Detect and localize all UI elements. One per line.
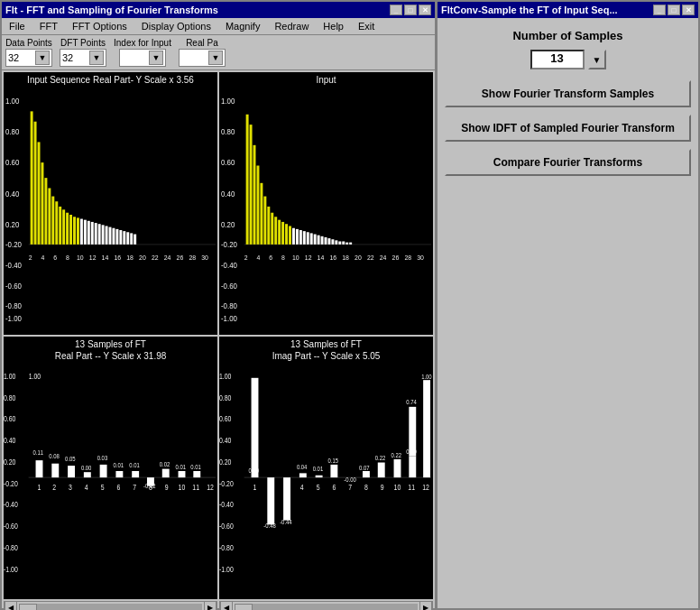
svg-text:0.15: 0.15 <box>327 457 338 464</box>
menu-file[interactable]: File <box>5 20 29 32</box>
svg-text:7: 7 <box>348 484 352 493</box>
svg-text:16: 16 <box>329 253 336 262</box>
data-points-control[interactable]: 32 ▼ <box>5 49 52 67</box>
svg-rect-104 <box>325 237 327 245</box>
svg-text:3: 3 <box>69 484 72 493</box>
svg-text:14: 14 <box>318 253 325 262</box>
svg-text:-0.20: -0.20 <box>5 240 22 250</box>
svg-rect-49 <box>112 228 115 245</box>
samples-input[interactable]: 13 <box>530 50 585 69</box>
menu-magnify[interactable]: Magnify <box>222 20 264 32</box>
svg-text:1.00: 1.00 <box>4 372 15 381</box>
svg-rect-192 <box>330 465 337 477</box>
svg-rect-55 <box>134 235 136 245</box>
svg-rect-29 <box>41 162 43 245</box>
minimize-btn[interactable]: _ <box>390 5 402 15</box>
data-points-group: Data Points 32 ▼ <box>5 38 52 67</box>
dft-points-dropdown[interactable]: ▼ <box>89 51 104 65</box>
svg-text:0.01: 0.01 <box>113 462 124 469</box>
chart-top-right-title: Input <box>219 72 433 86</box>
svg-rect-186 <box>283 477 290 520</box>
menu-exit[interactable]: Exit <box>355 20 378 32</box>
right-minimize-btn[interactable]: _ <box>653 5 666 15</box>
menu-fft[interactable]: FFT <box>36 20 61 32</box>
right-maximize-btn[interactable]: □ <box>668 5 680 15</box>
scroll-left-btn-1[interactable]: ◀ <box>5 601 17 610</box>
svg-text:0.07: 0.07 <box>359 464 370 471</box>
scrollbar-bottom-right[interactable]: ◀ ▶ <box>219 601 433 610</box>
data-points-dropdown[interactable]: ▼ <box>35 51 50 65</box>
dft-points-label: DFT Points <box>60 38 106 48</box>
svg-rect-96 <box>296 229 299 245</box>
svg-text:2: 2 <box>52 484 56 493</box>
real-part-control[interactable]: ▼ <box>179 49 226 67</box>
svg-text:0.04: 0.04 <box>297 463 308 470</box>
index-input-control[interactable]: ▼ <box>119 49 166 67</box>
menu-display-options[interactable]: Display Options <box>138 20 215 32</box>
svg-text:12: 12 <box>422 484 429 493</box>
svg-text:-0.20: -0.20 <box>221 240 237 250</box>
compare-fourier-btn[interactable]: Compare Fourier Transforms <box>445 149 691 176</box>
svg-rect-151 <box>147 477 154 485</box>
svg-rect-84 <box>253 145 256 245</box>
svg-rect-157 <box>193 471 200 477</box>
right-close-btn[interactable]: ✕ <box>682 5 695 15</box>
svg-text:0.80: 0.80 <box>4 393 15 402</box>
svg-rect-190 <box>316 476 323 477</box>
svg-text:0.03: 0.03 <box>97 455 108 462</box>
dft-points-control[interactable]: 32 ▼ <box>60 49 106 67</box>
svg-rect-91 <box>278 220 281 245</box>
maximize-btn[interactable]: □ <box>404 5 417 15</box>
svg-rect-199 <box>394 459 401 477</box>
svg-rect-42 <box>88 221 90 245</box>
charts-container: Input Sequence Real Part- Y Scale x 3.56… <box>2 70 435 601</box>
svg-rect-97 <box>299 230 302 245</box>
show-fourier-btn[interactable]: Show Fourier Transform Samples <box>445 80 691 107</box>
svg-rect-101 <box>314 235 317 245</box>
scrollbars-row: ◀ ▶ ◀ ▶ <box>2 601 435 610</box>
svg-rect-109 <box>342 241 345 244</box>
data-points-label: Data Points <box>5 38 52 48</box>
svg-text:10: 10 <box>179 484 186 493</box>
svg-text:24: 24 <box>380 253 387 262</box>
menu-bar: File FFT FFT Options Display Options Mag… <box>2 18 435 35</box>
svg-rect-108 <box>338 241 341 244</box>
svg-rect-34 <box>59 207 61 245</box>
svg-rect-188 <box>299 473 307 477</box>
menu-help[interactable]: Help <box>319 20 347 32</box>
svg-rect-35 <box>62 209 65 245</box>
svg-rect-105 <box>327 238 330 245</box>
scroll-left-btn-2[interactable]: ◀ <box>220 601 233 610</box>
svg-text:20: 20 <box>139 253 146 262</box>
svg-text:6: 6 <box>269 253 272 262</box>
menu-fft-options[interactable]: FFT Options <box>69 20 131 32</box>
svg-text:-0.40: -0.40 <box>221 260 237 270</box>
svg-rect-141 <box>68 466 75 477</box>
close-btn[interactable]: ✕ <box>419 5 431 15</box>
svg-text:26: 26 <box>392 253 400 262</box>
index-input-dropdown[interactable]: ▼ <box>149 51 163 65</box>
svg-text:-0.60: -0.60 <box>5 281 22 291</box>
svg-text:1: 1 <box>38 484 41 493</box>
show-idft-btn[interactable]: Show IDFT of Sampled Fourier Transform <box>445 115 691 142</box>
menu-redraw[interactable]: Redraw <box>271 20 312 32</box>
chart-bottom-right-title: 13 Samples of FT Imag Part -- Y Scale x … <box>219 337 433 362</box>
svg-text:0.60: 0.60 <box>221 158 235 168</box>
svg-text:-0.60: -0.60 <box>4 522 18 531</box>
svg-text:0.02: 0.02 <box>160 461 170 468</box>
svg-rect-31 <box>48 188 51 244</box>
scroll-right-btn-1[interactable]: ▶ <box>204 601 216 610</box>
svg-text:0.08: 0.08 <box>49 452 60 459</box>
svg-text:0.60: 0.60 <box>5 158 20 168</box>
real-part-label: Real Pa <box>186 38 218 48</box>
dft-points-group: DFT Points 32 ▼ <box>60 38 106 67</box>
svg-text:30: 30 <box>417 253 424 262</box>
real-part-dropdown[interactable]: ▼ <box>208 51 223 65</box>
svg-text:0.60: 0.60 <box>219 415 231 424</box>
scroll-right-btn-2[interactable]: ▶ <box>419 601 432 610</box>
svg-text:0.60: 0.60 <box>4 415 15 424</box>
svg-text:4: 4 <box>41 253 44 262</box>
svg-rect-103 <box>321 236 324 245</box>
samples-dropdown-btn[interactable]: ▼ <box>588 50 606 69</box>
scrollbar-bottom-left[interactable]: ◀ ▶ <box>4 601 217 610</box>
